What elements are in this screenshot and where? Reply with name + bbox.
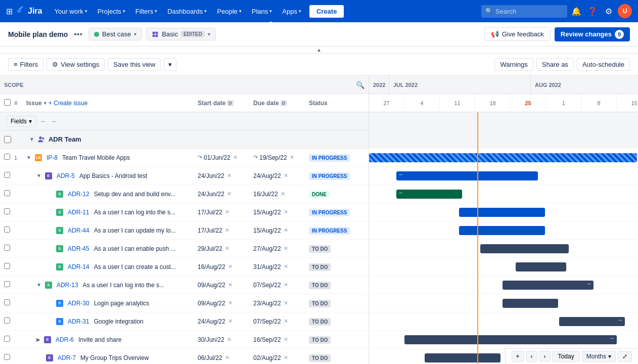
due-date-clear[interactable]: ✕: [284, 227, 288, 234]
grid-icon[interactable]: ⊞: [6, 7, 13, 16]
gantt-bar[interactable]: →: [503, 281, 594, 290]
autoschedule-button[interactable]: Auto-schedule: [577, 58, 630, 71]
issue-key[interactable]: ADR-7: [58, 354, 76, 361]
due-date-clear[interactable]: ✕: [284, 354, 288, 361]
gantt-bar[interactable]: [480, 244, 569, 253]
people-nav[interactable]: People ▾: [213, 6, 245, 17]
due-date-clear[interactable]: ✕: [281, 191, 285, 197]
due-date-clear[interactable]: ✕: [284, 263, 288, 270]
issue-key[interactable]: ADR-13: [57, 282, 78, 289]
search-input[interactable]: [481, 5, 567, 18]
dashboards-nav[interactable]: Dashboards ▾: [163, 6, 211, 17]
row-checkbox[interactable]: [4, 263, 10, 269]
next-button[interactable]: ›: [539, 351, 551, 362]
fields-button[interactable]: Fields ▾: [6, 116, 36, 127]
row-checkbox[interactable]: [4, 172, 10, 178]
issue-key[interactable]: ADR-5: [57, 172, 75, 179]
start-date-clear[interactable]: ✕: [228, 318, 233, 325]
team-checkbox[interactable]: [4, 136, 11, 143]
status-badge[interactable]: IN PROGRESS: [309, 154, 350, 162]
gantt-bar[interactable]: ←: [396, 171, 538, 180]
start-date-clear[interactable]: ✕: [228, 282, 233, 288]
start-date-clear[interactable]: ✕: [227, 191, 232, 197]
status-badge[interactable]: TO DO: [309, 336, 331, 344]
expand-icon[interactable]: ▼: [36, 282, 41, 288]
expand-icon[interactable]: ▼: [26, 155, 31, 160]
apps-nav[interactable]: Apps ▾: [278, 6, 305, 17]
issue-key[interactable]: IP-8: [47, 154, 58, 161]
right-arrow-icon[interactable]: →: [51, 118, 57, 125]
status-badge[interactable]: TO DO: [309, 245, 331, 253]
filters-button[interactable]: ≡ Filters: [8, 58, 43, 71]
your-work-nav[interactable]: Your work ▾: [50, 6, 91, 17]
col-issue[interactable]: Issue ▾ + Create issue: [26, 100, 198, 107]
row-checkbox[interactable]: [4, 154, 10, 160]
row-checkbox[interactable]: [4, 317, 10, 324]
row-checkbox[interactable]: [4, 281, 10, 287]
gantt-bar[interactable]: ←: [396, 190, 462, 199]
due-date-clear[interactable]: ✕: [284, 172, 288, 179]
save-view-button[interactable]: Save this view: [108, 58, 161, 71]
gantt-bar[interactable]: [459, 226, 545, 235]
prev-button[interactable]: ‹: [526, 351, 537, 362]
expand-icon[interactable]: ▼: [36, 173, 41, 178]
jira-logo[interactable]: Jira: [17, 7, 42, 16]
issue-key[interactable]: ADR-44: [68, 227, 89, 234]
scenario-selector[interactable]: Best case ▾: [88, 28, 142, 40]
start-date-clear[interactable]: ✕: [227, 172, 232, 179]
basic-selector[interactable]: Basic EDITED ▾: [146, 28, 215, 40]
plans-nav[interactable]: Plans ▾: [248, 6, 277, 17]
gantt-bar[interactable]: [425, 353, 500, 362]
select-all-checkbox[interactable]: [4, 99, 11, 106]
help-button[interactable]: ❓: [585, 4, 600, 18]
due-date-clear[interactable]: ✕: [284, 300, 288, 306]
gantt-bar[interactable]: [459, 208, 545, 217]
row-checkbox[interactable]: [4, 299, 10, 305]
issue-key[interactable]: ADR-6: [56, 336, 74, 343]
issue-key[interactable]: ADR-12: [68, 191, 89, 198]
status-badge[interactable]: IN PROGRESS: [309, 227, 350, 235]
status-badge[interactable]: TO DO: [309, 263, 331, 271]
more-options-button[interactable]: •••: [72, 29, 84, 40]
due-date-clear[interactable]: ✕: [290, 154, 294, 161]
fullscreen-button[interactable]: ⤢: [618, 351, 632, 362]
status-badge[interactable]: TO DO: [309, 282, 331, 289]
view-settings-button[interactable]: ⚙ View settings: [47, 58, 105, 71]
status-badge[interactable]: DONE: [309, 191, 330, 198]
due-date-clear[interactable]: ✕: [284, 318, 288, 325]
create-issue-button[interactable]: + Create issue: [49, 100, 88, 107]
issue-key[interactable]: ADR-11: [68, 209, 89, 216]
start-date-clear[interactable]: ✕: [225, 245, 230, 252]
share-as-button[interactable]: Share as: [536, 58, 574, 71]
start-date-clear[interactable]: ✕: [228, 300, 233, 306]
today-button[interactable]: Today: [553, 351, 580, 362]
due-date-clear[interactable]: ✕: [284, 209, 288, 215]
row-checkbox[interactable]: [4, 208, 10, 214]
status-badge[interactable]: TO DO: [309, 354, 331, 362]
gantt-bar[interactable]: [503, 299, 558, 308]
team-expand-icon[interactable]: ▼: [29, 136, 34, 142]
projects-nav[interactable]: Projects ▾: [94, 6, 129, 17]
settings-button[interactable]: ⚙: [602, 4, 616, 18]
scope-search-button[interactable]: 🔍: [356, 81, 364, 89]
collapse-handle[interactable]: ▲: [0, 47, 638, 54]
start-date-clear[interactable]: ✕: [228, 263, 233, 270]
gantt-bar[interactable]: [516, 262, 566, 271]
issue-key[interactable]: ADR-45: [68, 245, 89, 252]
status-badge[interactable]: TO DO: [309, 318, 331, 326]
status-badge[interactable]: IN PROGRESS: [309, 209, 350, 216]
start-date-clear[interactable]: ✕: [225, 354, 230, 361]
row-checkbox[interactable]: [4, 226, 10, 233]
start-date-clear[interactable]: ✕: [225, 227, 230, 234]
left-arrow-icon[interactable]: ←: [40, 118, 47, 125]
issue-key[interactable]: ADR-31: [68, 318, 89, 325]
due-date-clear[interactable]: ✕: [284, 245, 288, 252]
row-checkbox[interactable]: [4, 245, 10, 251]
filters-nav[interactable]: Filters ▾: [131, 6, 161, 17]
start-date-clear[interactable]: ✕: [233, 154, 238, 161]
issue-key[interactable]: ADR-30: [68, 300, 89, 307]
gantt-bar[interactable]: →: [404, 335, 617, 344]
more-view-options-button[interactable]: ▾: [164, 58, 176, 71]
create-button[interactable]: Create: [309, 5, 344, 18]
row-checkbox[interactable]: [4, 336, 10, 342]
